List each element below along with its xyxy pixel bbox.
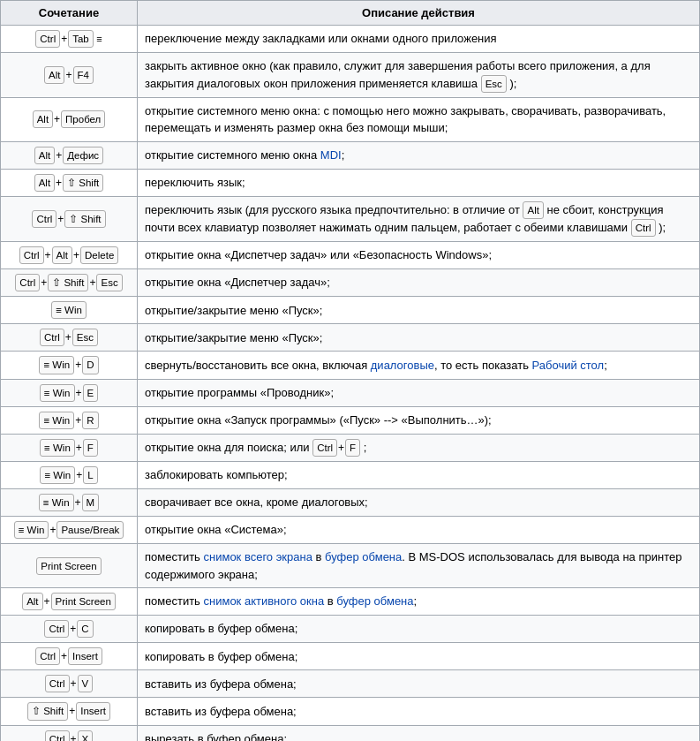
shortcut-cell: Ctrl+Esc: [1, 324, 138, 352]
description-cell: открытие/закрытие меню «Пуск»;: [138, 324, 700, 352]
shortcut-cell: Alt+⇧ Shift: [1, 169, 138, 196]
description-cell: заблокировать компьютер;: [138, 461, 700, 488]
shortcut-cell: Ctrl+⇧ Shift: [1, 196, 138, 241]
table-row: Ctrl+Tab ≡переключение между закладками …: [1, 26, 700, 53]
table-row: Alt+F4закрыть активное окно (как правило…: [1, 53, 700, 98]
description-cell: открытие окна «Запуск программы» («Пуск»…: [138, 406, 700, 434]
clipboard-link2[interactable]: буфер обмена: [336, 594, 413, 608]
shortcut-cell: ≡ Win+D: [1, 352, 138, 379]
description-cell: открытие окна «Система»;: [138, 517, 700, 544]
table-row: Ctrl+⇧ Shift+Escоткрытие окна «Диспетчер…: [1, 269, 700, 297]
table-row: Ctrl+Escоткрытие/закрытие меню «Пуск»;: [1, 324, 700, 352]
screenshot-link[interactable]: снимок всего экрана: [204, 550, 312, 563]
description-cell: открытие системного меню окна: с помощью…: [138, 97, 700, 141]
table-row: Alt+⇧ Shiftпереключить язык;: [1, 169, 700, 196]
shortcut-cell: ≡ Win+R: [1, 406, 138, 434]
description-cell: открытие программы «Проводник»;: [138, 379, 700, 406]
shortcut-cell: Ctrl+⇧ Shift+Esc: [1, 269, 138, 297]
description-cell: свернуть/восстановить все окна, включая …: [138, 352, 700, 379]
description-cell: открытие системного меню окна MDI;: [138, 141, 700, 169]
description-cell: вырезать в буфер обмена;: [138, 725, 700, 741]
shortcuts-table: Сочетание Описание действия Ctrl+Tab ≡пе…: [0, 0, 700, 741]
shortcut-cell: ≡ Win+E: [1, 379, 138, 406]
description-cell: переключить язык;: [138, 169, 700, 196]
table-row: ⇧ Shift+Insertвставить из буфера обмена;: [1, 698, 700, 725]
description-cell: поместить снимок активного окна в буфер …: [138, 588, 700, 616]
table-row: Print Screenпоместить снимок всего экран…: [1, 544, 700, 588]
description-cell: поместить снимок всего экрана в буфер об…: [138, 544, 700, 588]
table-row: ≡ Winоткрытие/закрытие меню «Пуск»;: [1, 297, 700, 324]
description-cell: открытие окна для поиска; или Ctrl+F ;: [138, 434, 700, 461]
shortcut-cell: Ctrl+Tab ≡: [1, 26, 138, 53]
table-row: ≡ Win+Rоткрытие окна «Запуск программы» …: [1, 406, 700, 434]
shortcut-cell: Ctrl+C: [1, 616, 138, 643]
shortcut-cell: Alt+F4: [1, 53, 138, 98]
dialog-link[interactable]: диалоговые: [371, 359, 434, 372]
shortcut-cell: Ctrl+X: [1, 725, 138, 741]
shortcut-cell: Alt+Print Screen: [1, 588, 138, 616]
shortcut-cell: ≡ Win+Pause/Break: [1, 517, 138, 544]
description-cell: сворачивает все окна, кроме диалоговых;: [138, 488, 700, 516]
shortcut-cell: ⇧ Shift+Insert: [1, 698, 138, 725]
table-row: Ctrl+Insertкопировать в буфер обмена;: [1, 643, 700, 670]
mdi-link[interactable]: MDI: [320, 148, 342, 162]
shortcut-cell: Ctrl+Alt+Delete: [1, 242, 138, 269]
table-row: Ctrl+Alt+Deleteоткрытие окна «Диспетчер …: [1, 242, 700, 269]
col-header-description: Описание действия: [138, 1, 700, 26]
table-row: ≡ Win+Lзаблокировать компьютер;: [1, 461, 700, 488]
table-row: Ctrl+⇧ Shiftпереключить язык (для русско…: [1, 196, 700, 241]
description-cell: открытие/закрытие меню «Пуск»;: [138, 297, 700, 324]
table-row: Alt+Print Screenпоместить снимок активно…: [1, 588, 700, 616]
clipboard-link[interactable]: буфер обмена: [325, 550, 402, 563]
shortcut-cell: ≡ Win+F: [1, 434, 138, 461]
table-row: ≡ Win+Fоткрытие окна для поиска; или Ctr…: [1, 434, 700, 461]
description-cell: вставить из буфера обмена;: [138, 670, 700, 698]
description-cell: копировать в буфер обмена;: [138, 643, 700, 670]
description-cell: открытие окна «Диспетчер задач» или «Без…: [138, 242, 700, 269]
table-row: ≡ Win+Eоткрытие программы «Проводник»;: [1, 379, 700, 406]
table-row: Ctrl+Cкопировать в буфер обмена;: [1, 616, 700, 643]
description-cell: копировать в буфер обмена;: [138, 616, 700, 643]
col-header-shortcut: Сочетание: [1, 1, 138, 26]
shortcut-cell: Alt+Дефис: [1, 141, 138, 169]
shortcut-cell: ≡ Win: [1, 297, 138, 324]
description-cell: переключить язык (для русского языка пре…: [138, 196, 700, 241]
table-row: Ctrl+Xвырезать в буфер обмена;: [1, 725, 700, 741]
table-row: ≡ Win+Dсвернуть/восстановить все окна, в…: [1, 352, 700, 379]
description-cell: вставить из буфера обмена;: [138, 698, 700, 725]
table-row: Ctrl+Vвставить из буфера обмена;: [1, 670, 700, 698]
shortcut-cell: Print Screen: [1, 544, 138, 588]
desktop-link[interactable]: Рабочий стол: [532, 359, 605, 372]
shortcut-cell: Ctrl+V: [1, 670, 138, 698]
shortcut-cell: Alt+Пробел: [1, 97, 138, 141]
description-cell: открытие окна «Диспетчер задач»;: [138, 269, 700, 297]
shortcut-cell: ≡ Win+L: [1, 461, 138, 488]
shortcut-cell: Ctrl+Insert: [1, 643, 138, 670]
shortcut-cell: ≡ Win+M: [1, 488, 138, 516]
table-row: ≡ Win+Mсворачивает все окна, кроме диало…: [1, 488, 700, 516]
table-row: Alt+Пробелоткрытие системного меню окна:…: [1, 97, 700, 141]
description-cell: переключение между закладками или окнами…: [138, 26, 700, 53]
active-screenshot-link[interactable]: снимок активного окна: [204, 594, 325, 608]
table-row: ≡ Win+Pause/Breakоткрытие окна «Система»…: [1, 517, 700, 544]
table-row: Alt+Дефисоткрытие системного меню окна M…: [1, 141, 700, 169]
description-cell: закрыть активное окно (как правило, служ…: [138, 53, 700, 98]
